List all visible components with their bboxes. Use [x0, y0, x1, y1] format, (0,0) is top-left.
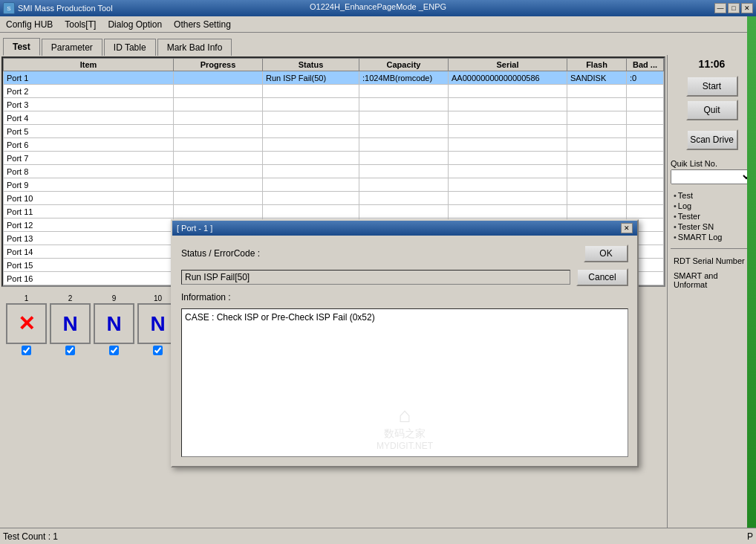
quik-list-dropdown[interactable]	[671, 169, 753, 184]
table-cell: :1024MB(romcode)	[359, 71, 449, 85]
table-cell	[449, 165, 567, 178]
port-10-check	[153, 346, 163, 355]
table-cell	[174, 71, 263, 85]
table-cell: Port 14	[4, 245, 174, 259]
table-cell	[263, 178, 359, 192]
maximize-button[interactable]: □	[728, 3, 740, 13]
table-cell: Port 15	[4, 259, 174, 272]
right-menu-items: Test Log Tester Tester SN SMART Log	[671, 190, 753, 242]
quit-button[interactable]: Quit	[686, 100, 738, 120]
menu-tools[interactable]: Tools[T]	[59, 16, 102, 32]
status-bar: Test Count : 1 P	[0, 528, 756, 544]
dialog-ok-button[interactable]: OK	[584, 245, 628, 262]
table-cell: Port 1	[4, 71, 174, 85]
table-cell	[359, 178, 449, 192]
port-2-check	[65, 346, 75, 355]
right-menu-tester[interactable]: Tester	[671, 211, 753, 221]
table-cell	[359, 98, 449, 111]
port-dialog[interactable]: [ Port - 1 ] ✕ Status / ErrorCode : OK R…	[171, 219, 639, 467]
table-cell	[449, 152, 567, 165]
table-cell	[174, 138, 263, 152]
right-menu-test[interactable]: Test	[671, 190, 753, 201]
table-cell	[567, 178, 627, 192]
port-1-x-icon: ✕	[18, 311, 35, 336]
start-button[interactable]: Start	[686, 76, 738, 97]
dialog-close-button[interactable]: ✕	[621, 223, 633, 233]
app-icon: S	[3, 2, 15, 14]
table-cell	[359, 192, 449, 205]
table-cell	[359, 205, 449, 218]
port-2-checkbox[interactable]	[65, 346, 75, 355]
table-cell	[359, 111, 449, 125]
table-cell	[567, 205, 627, 218]
watermark-text2: MYDIGIT.NET	[377, 441, 433, 451]
dialog-body: Status / ErrorCode : OK Run ISP Fail[50]…	[172, 236, 637, 466]
table-cell	[359, 138, 449, 152]
tab-id-table[interactable]: ID Table	[104, 39, 156, 56]
right-menu-tester-sn[interactable]: Tester SN	[671, 221, 753, 232]
table-cell: Port 11	[4, 205, 174, 218]
table-row: Port 5	[4, 125, 664, 138]
table-cell	[449, 178, 567, 192]
table-cell	[263, 152, 359, 165]
col-item: Item	[4, 59, 174, 71]
table-cell	[567, 152, 627, 165]
table-cell	[263, 125, 359, 138]
table-cell	[449, 125, 567, 138]
right-option-rdt[interactable]: RDT Serial Number	[671, 255, 753, 267]
table-cell	[359, 165, 449, 178]
port-1-button[interactable]: ✕	[6, 303, 47, 344]
close-button[interactable]: ✕	[741, 3, 753, 13]
port-9-button[interactable]: N	[94, 303, 134, 344]
watermark-text1: 数码之家	[377, 427, 433, 441]
port-9-checkbox[interactable]	[109, 346, 119, 355]
test-count-label: Test Count : 1	[3, 531, 747, 542]
table-row: Port 6	[4, 138, 664, 152]
port-10-n-icon: N	[150, 312, 165, 336]
table-cell	[567, 192, 627, 205]
table-cell	[567, 165, 627, 178]
menu-config-hub[interactable]: Config HUB	[0, 16, 59, 32]
tab-parameter[interactable]: Parameter	[42, 39, 102, 56]
table-cell	[449, 111, 567, 125]
menu-others-setting[interactable]: Others Setting	[168, 16, 237, 32]
table-cell: AA00000000000000586	[449, 71, 567, 85]
table-cell	[174, 165, 263, 178]
tab-bar: Test Parameter ID Table Mark Bad Info	[0, 33, 756, 55]
menu-dialog-option[interactable]: Dialog Option	[102, 16, 168, 32]
dialog-cancel-button[interactable]: Cancel	[576, 268, 628, 286]
table-cell: Run ISP Fail(50)	[263, 71, 359, 85]
table-cell	[359, 85, 449, 98]
right-menu-log[interactable]: Log	[671, 201, 753, 211]
col-status: Status	[263, 59, 359, 71]
quik-list-label: Quik List No.	[671, 159, 753, 168]
port-1-checkbox[interactable]	[22, 346, 31, 355]
window-controls: — □ ✕	[714, 3, 753, 13]
scan-drive-button[interactable]: Scan Drive	[686, 129, 738, 150]
time-display: 11:06	[699, 58, 726, 70]
table-cell: Port 7	[4, 152, 174, 165]
table-cell: Port 2	[4, 85, 174, 98]
col-progress: Progress	[174, 59, 263, 71]
table-cell	[263, 138, 359, 152]
table-row: Port 4	[4, 111, 664, 125]
table-row: Port 7	[4, 152, 664, 165]
title-center-text: O1224H_EnhancePageMode _ENPG	[310, 2, 446, 11]
tab-test[interactable]: Test	[3, 38, 40, 56]
port-2-button[interactable]: N	[50, 303, 91, 344]
right-option-smart[interactable]: SMART and Unformat	[671, 270, 753, 291]
right-separator	[671, 248, 753, 249]
right-menu-smart-log[interactable]: SMART Log	[671, 232, 753, 242]
col-capacity: Capacity	[359, 59, 449, 71]
quik-list-section: Quik List No.	[671, 159, 753, 184]
tab-mark-bad-info[interactable]: Mark Bad Info	[157, 39, 232, 56]
port-9-num: 9	[112, 294, 117, 302]
port-10-checkbox[interactable]	[153, 346, 163, 355]
status-right-text: P	[747, 531, 753, 542]
table-cell	[567, 138, 627, 152]
port-9-check	[109, 346, 119, 355]
port-box-1: 1 ✕	[6, 294, 47, 355]
port-2-num: 2	[68, 294, 73, 302]
table-cell	[449, 85, 567, 98]
minimize-button[interactable]: —	[714, 3, 726, 13]
